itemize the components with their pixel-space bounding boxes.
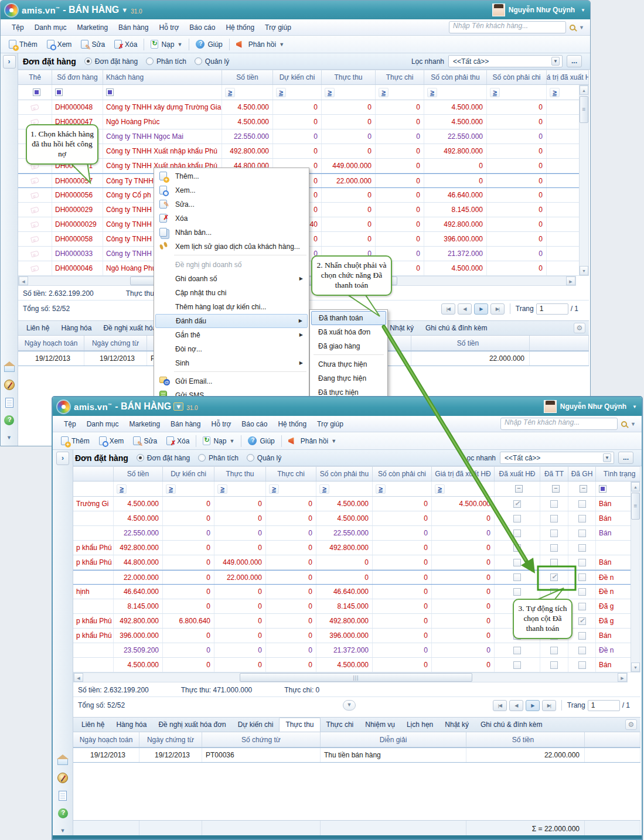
view-radio[interactable]: Quản lý (247, 454, 281, 462)
toolbar-button[interactable]: Nạp▼ (198, 434, 239, 448)
ge-filter-icon[interactable]: ≥ (376, 484, 386, 494)
detail-tab[interactable]: Ghi chú & đính kèm (420, 322, 493, 335)
menu-item[interactable]: Bán hàng (165, 418, 206, 431)
table-row[interactable]: Công ty TNHH Xuất nhập khẩu Phú 492.800.… (18, 144, 589, 159)
vertical-scrollbar[interactable]: ▲≡▼ (631, 482, 640, 672)
column-header[interactable]: Số còn phải chi (373, 467, 432, 481)
column-header[interactable]: Diễn giải (321, 732, 466, 747)
filter-square-icon[interactable] (33, 88, 40, 96)
menu-item[interactable]: Hỗ trợ (206, 418, 236, 431)
dock-expand-button[interactable]: › (56, 452, 69, 465)
detail-tab[interactable]: Dự kiến chi (232, 718, 280, 732)
toolbar-button[interactable]: ▼ (281, 435, 282, 447)
document-icon[interactable] (59, 791, 67, 801)
context-menu-item[interactable]: Đánh dấu ▶ (155, 314, 308, 328)
module-dropdown-icon[interactable]: ▼ (121, 6, 128, 13)
paid-checkbox[interactable] (550, 500, 558, 508)
column-header[interactable]: Thực chi (266, 467, 316, 481)
search-icon[interactable] (570, 25, 575, 30)
column-header[interactable]: Số tiền (411, 336, 530, 350)
ge-filter-icon[interactable]: ≥ (379, 88, 389, 97)
column-header[interactable]: Giá trị đã xuất HĐ (547, 70, 589, 84)
prev-page-button[interactable]: ◀ (458, 303, 472, 315)
delivered-checkbox[interactable] (578, 544, 586, 552)
column-header[interactable]: Dự kiến chi (273, 70, 322, 84)
toolbar-button[interactable]: ▼ (196, 435, 196, 447)
invoiced-checkbox[interactable] (513, 559, 521, 566)
menu-item[interactable]: Báo cáo (184, 21, 220, 34)
ge-filter-icon[interactable]: ≥ (225, 88, 235, 97)
document-icon[interactable] (5, 398, 13, 408)
context-menu-item[interactable]: ▶ (174, 371, 306, 373)
column-header[interactable]: Số tiền (114, 467, 163, 481)
toolbar-button[interactable]: Phản hồi▼ (284, 434, 341, 448)
detail-tab[interactable]: Liên hệ (76, 718, 110, 732)
table-row[interactable]: p khẩu Phú 44.800.000 0 449.000.000 0 0 … (73, 555, 640, 570)
toolbar-button[interactable]: Sửa▼ (128, 434, 162, 448)
column-header[interactable] (73, 467, 114, 481)
submenu-item[interactable]: Đã thanh toán (311, 311, 386, 325)
table-row[interactable]: 22.000.000 0 22.000.000 0 0 0 0 Đề n (73, 570, 640, 585)
column-header[interactable]: Ngày hoạch toán (73, 732, 139, 747)
paid-checkbox[interactable] (550, 588, 558, 596)
compass-icon[interactable] (57, 773, 68, 783)
table-row[interactable]: 23.509.200 0 0 0 21.372.000 0 0 Đề n (73, 643, 640, 658)
view-radio[interactable]: Phân tích (198, 454, 238, 462)
last-page-button[interactable]: ▶| (490, 303, 505, 315)
ge-filter-icon[interactable]: ≥ (269, 484, 279, 494)
vertical-scrollbar[interactable]: ▲≡▼ (579, 85, 589, 276)
filter-square-icon[interactable] (599, 485, 606, 493)
menu-item[interactable]: Danh mục (29, 21, 72, 34)
paid-checkbox[interactable] (550, 515, 558, 523)
filter-more-button[interactable]: ... (567, 55, 582, 67)
delivered-checkbox[interactable] (578, 661, 586, 669)
filter-minus-icon[interactable] (552, 485, 560, 493)
compass-icon[interactable] (4, 380, 15, 390)
view-radio[interactable]: Quản lý (195, 57, 229, 66)
dock-expand-button[interactable]: › (3, 55, 16, 69)
ge-filter-icon[interactable]: ≥ (490, 88, 500, 97)
column-header[interactable]: Ngày chứng từ (139, 732, 202, 747)
ge-filter-icon[interactable]: ≥ (325, 88, 335, 97)
invoiced-checkbox[interactable] (513, 500, 521, 508)
column-header[interactable]: Tình trạng (596, 467, 640, 481)
toolbar-button[interactable]: Thêm▼ (4, 37, 42, 52)
first-page-button[interactable]: |◀ (493, 700, 507, 711)
submenu-item[interactable]: Đang thực hiện (311, 371, 386, 385)
delivered-checkbox[interactable] (578, 500, 586, 508)
submenu-item[interactable]: Đã giao hàng (311, 339, 386, 353)
delivered-checkbox[interactable] (578, 530, 586, 537)
column-header[interactable]: Thẻ (18, 70, 52, 84)
paid-checkbox[interactable] (550, 544, 558, 552)
search-options-caret-icon[interactable]: ▼ (579, 25, 584, 30)
detail-tab[interactable]: Lịch hẹn (401, 718, 439, 732)
invoiced-checkbox[interactable] (513, 573, 521, 581)
context-menu-item[interactable]: Đề nghị ghi doanh số ▶ (155, 258, 308, 272)
submenu-item[interactable]: Chưa thực hiện (311, 357, 386, 371)
paid-checkbox[interactable] (550, 647, 558, 654)
prev-page-button[interactable]: ◀ (509, 700, 523, 711)
quick-filter-select[interactable]: <<Tất cả>>▼ (448, 55, 563, 67)
module-dropdown-icon[interactable]: ▼ (173, 402, 183, 411)
invoiced-checkbox[interactable] (513, 515, 521, 523)
column-header[interactable]: Ngày hoạch toán (18, 336, 84, 350)
filter-more-button[interactable]: ... (618, 452, 633, 464)
toolbar-button[interactable]: ▼ (189, 39, 189, 50)
paid-checkbox[interactable] (550, 573, 558, 581)
column-header[interactable]: Số tiền (222, 70, 273, 84)
last-page-button[interactable]: ▶| (542, 700, 556, 711)
ge-filter-icon[interactable]: ≥ (276, 88, 286, 97)
next-page-button[interactable]: ▶ (526, 700, 540, 711)
toolbar-button[interactable]: Xóa▼ (162, 434, 194, 448)
collapse-panel-button[interactable]: ▼ (343, 700, 356, 711)
column-header[interactable]: Số chứng từ (202, 732, 321, 747)
view-radio[interactable]: Đơn đặt hàng (137, 454, 190, 462)
home-icon[interactable] (57, 759, 68, 765)
column-header[interactable]: Dự kiến chi (163, 467, 214, 481)
table-row[interactable]: DH0000047 Ngô Hoàng Phúc 4.500.000 0 0 0… (18, 115, 589, 129)
page-input[interactable]: 1 (588, 700, 620, 711)
invoiced-checkbox[interactable] (513, 647, 521, 654)
context-menu-item[interactable]: Thêm... ▶ (155, 169, 308, 183)
context-menu-item[interactable]: Thêm hàng loạt dự kiến chi... ▶ (155, 300, 308, 314)
column-header[interactable]: Số tiền (466, 732, 585, 747)
